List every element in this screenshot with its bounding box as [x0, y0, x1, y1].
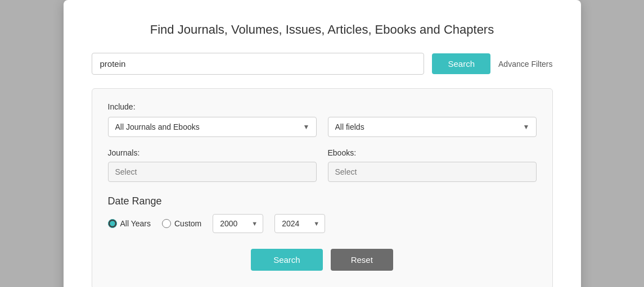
include-label: Include: — [108, 102, 537, 111]
advance-filters-link[interactable]: Advance Filters — [498, 60, 552, 69]
year-from-dropdown[interactable]: 1990199519961997199819992000200120022003… — [213, 214, 263, 233]
date-range-section: Date Range All Years Custom 199019951996… — [108, 195, 537, 233]
journals-select-input[interactable] — [108, 162, 317, 182]
date-range-title: Date Range — [108, 195, 537, 207]
fields-dropdown[interactable]: All fields Title Abstract Author — [328, 117, 537, 137]
main-search-button[interactable]: Search — [432, 53, 490, 74]
modal-container: Find Journals, Volumes, Issues, Articles… — [64, 0, 581, 287]
include-dropdown[interactable]: All Journals and Ebooks Journals Only Eb… — [108, 117, 317, 137]
custom-radio-label[interactable]: Custom — [162, 219, 201, 228]
filters-panel: Include: All Journals and Ebooks Journal… — [92, 88, 553, 287]
panel-search-button[interactable]: Search — [251, 249, 323, 271]
all-years-radio-label[interactable]: All Years — [108, 219, 151, 228]
year-from-wrapper: 1990199519961997199819992000200120022003… — [213, 214, 263, 233]
all-years-radio[interactable] — [108, 219, 117, 228]
custom-label: Custom — [174, 219, 201, 228]
date-range-controls: All Years Custom 19901995199619971998199… — [108, 214, 537, 233]
search-bar-row: Search Advance Filters — [92, 53, 553, 75]
journals-field-group: Journals: — [108, 148, 317, 182]
year-to-wrapper: 200020052010201520202021202220232024 ▼ — [274, 214, 325, 233]
journals-label: Journals: — [108, 148, 317, 157]
all-years-label: All Years — [120, 219, 151, 228]
ebooks-select-input[interactable] — [328, 162, 537, 182]
year-to-dropdown[interactable]: 200020052010201520202021202220232024 — [274, 214, 325, 233]
custom-radio[interactable] — [162, 219, 171, 228]
journals-ebooks-row: Journals: Ebooks: — [108, 148, 537, 182]
reset-button[interactable]: Reset — [331, 249, 393, 271]
action-buttons-row: Search Reset — [108, 249, 537, 271]
ebooks-label: Ebooks: — [328, 148, 537, 157]
fields-dropdown-wrapper: All fields Title Abstract Author ▼ — [328, 117, 537, 137]
search-input[interactable] — [92, 53, 425, 75]
ebooks-field-group: Ebooks: — [328, 148, 537, 182]
include-dropdown-wrapper: All Journals and Ebooks Journals Only Eb… — [108, 117, 317, 137]
page-title: Find Journals, Volumes, Issues, Articles… — [92, 22, 553, 37]
dropdowns-row: All Journals and Ebooks Journals Only Eb… — [108, 117, 537, 137]
